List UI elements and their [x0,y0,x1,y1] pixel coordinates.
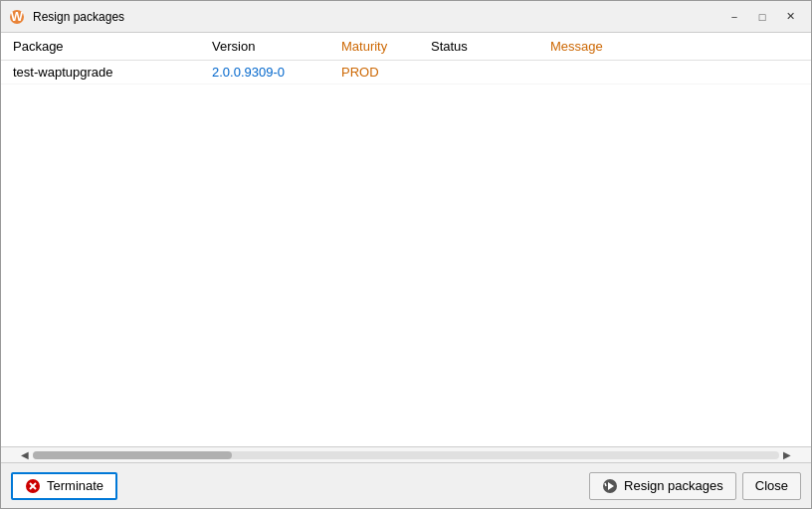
scrollbar-track[interactable] [33,451,779,459]
scroll-right-arrow[interactable]: ▶ [779,449,795,460]
table-header: Package Version Maturity Status Message [1,33,811,61]
footer-right: Resign packages Close [589,472,801,500]
close-button[interactable]: Close [742,472,801,500]
col-header-version: Version [212,39,341,54]
window-controls: − □ ✕ [721,6,803,28]
resign-icon [602,478,618,494]
resign-label: Resign packages [624,478,723,493]
cell-message [550,65,749,80]
content-area: Package Version Maturity Status Message … [1,33,811,446]
col-header-maturity: Maturity [341,39,431,54]
minimize-button[interactable]: − [721,6,747,28]
cell-status [431,65,550,80]
scrollbar-thumb[interactable] [33,451,232,459]
col-header-message: Message [550,39,749,54]
table-row[interactable]: test-waptupgrade 2.0.0.9309-0 PROD [1,61,811,85]
svg-text:W: W [11,9,24,24]
cell-version: 2.0.0.9309-0 [212,65,341,80]
wapt-logo-icon: W [9,9,25,25]
cell-package: test-waptupgrade [13,65,212,80]
table-body: test-waptupgrade 2.0.0.9309-0 PROD [1,61,811,446]
col-header-package: Package [13,39,212,54]
scroll-left-arrow[interactable]: ◀ [17,449,33,460]
terminate-icon [25,478,41,494]
terminate-label: Terminate [47,478,103,493]
close-title-button[interactable]: ✕ [777,6,803,28]
col-header-status: Status [431,39,550,54]
resign-packages-window: W Resign packages − □ ✕ Package Version … [0,0,812,509]
close-label: Close [755,478,788,493]
scrollbar-area: ◀ ▶ [1,446,811,462]
svg-line-7 [605,483,606,486]
footer: Terminate Resign packages Close [1,462,811,508]
resign-packages-button[interactable]: Resign packages [589,472,736,500]
cell-maturity: PROD [341,65,431,80]
title-bar: W Resign packages − □ ✕ [1,1,811,33]
maximize-button[interactable]: □ [749,6,775,28]
terminate-button[interactable]: Terminate [11,472,117,500]
window-title: Resign packages [33,10,721,24]
